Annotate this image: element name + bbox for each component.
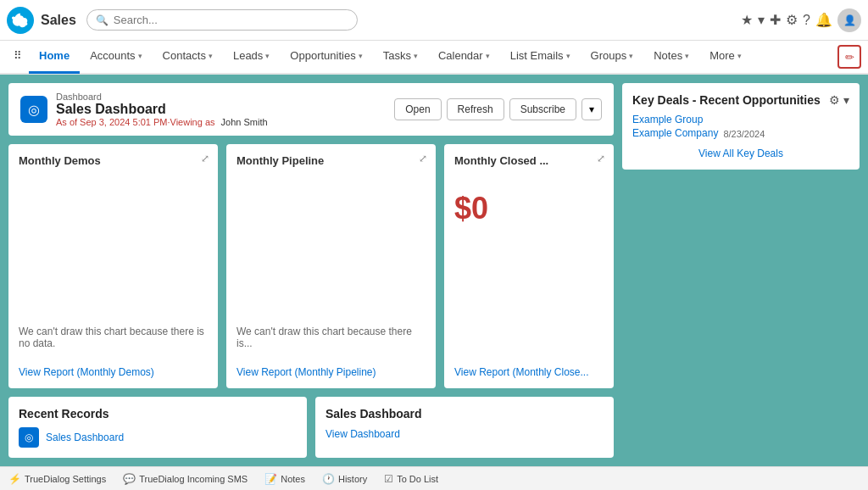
help-icon[interactable]: ? (803, 13, 810, 28)
chart-link-demos[interactable]: View Report (Monthly Demos) (19, 366, 208, 378)
chart-expand-closed[interactable]: ⤢ (597, 153, 605, 164)
key-deals-header: Key Deals - Recent Opportunities ⚙ ▾ (632, 93, 849, 107)
list-emails-caret: ▾ (566, 52, 570, 60)
chart-title-demos: Monthly Demos (19, 154, 208, 167)
view-dashboard-link[interactable]: View Dashboard (326, 428, 400, 440)
todo-icon: ☑ (384, 473, 393, 485)
pencil-icon: ✏ (845, 51, 854, 64)
view-all-key-deals-link[interactable]: View All Key Deals (632, 148, 849, 159)
dashboard-icon: ◎ (20, 96, 47, 123)
dashboard-header: ◎ Dashboard Sales Dashboard As of Sep 3,… (8, 83, 614, 136)
truedialog-sms-icon: 💬 (123, 473, 136, 485)
sales-dashboard-card: Sales Dashboard View Dashboard (315, 397, 614, 458)
chart-monthly-pipeline: Monthly Pipeline ⤢ We can't draw this ch… (226, 144, 436, 388)
edit-nav-button[interactable]: ✏ (837, 45, 861, 69)
dashboard-title: Sales Dashboard (56, 102, 268, 117)
sales-dashboard-card-title: Sales Dashboard (326, 407, 604, 420)
notes-caret: ▾ (685, 52, 689, 60)
recent-records-card: Recent Records ◎ Sales Dashboard (8, 397, 307, 458)
chart-title-pipeline: Monthly Pipeline (236, 154, 426, 167)
status-item-truedialog-sms[interactable]: 💬 TrueDialog Incoming SMS (123, 473, 248, 485)
status-item-notes[interactable]: 📝 Notes (264, 473, 305, 485)
record-icon: ◎ (19, 427, 39, 448)
status-item-truedialog-settings[interactable]: ⚡ TrueDialog Settings (8, 473, 106, 485)
deal-link-1[interactable]: Example Company (632, 127, 718, 139)
nav-item-groups[interactable]: Groups ▾ (581, 40, 644, 74)
leads-caret: ▾ (265, 52, 270, 60)
left-panel: ◎ Dashboard Sales Dashboard As of Sep 3,… (8, 83, 614, 458)
dashboard-actions: Open Refresh Subscribe ▾ (394, 98, 602, 120)
nav-item-opportunities[interactable]: Opportunities ▾ (280, 40, 372, 74)
search-icon: 🔍 (96, 14, 108, 26)
accounts-caret: ▾ (138, 52, 142, 60)
top-bar: Sales 🔍 ★ ▾ ✚ ⚙ ? 🔔 👤 (0, 0, 868, 41)
subscribe-button[interactable]: Subscribe (509, 98, 576, 120)
nav-grid-icon[interactable]: ⠿ (7, 40, 29, 74)
new-record-icon[interactable]: ✚ (770, 12, 781, 28)
search-input[interactable] (114, 14, 348, 26)
nav-item-tasks[interactable]: Tasks ▾ (373, 40, 428, 74)
key-deals-actions: ⚙ ▾ (829, 93, 849, 107)
key-deals-card: Key Deals - Recent Opportunities ⚙ ▾ Exa… (622, 83, 860, 170)
status-item-history[interactable]: 🕐 History (322, 473, 367, 485)
nav-item-contacts[interactable]: Contacts ▾ (153, 40, 223, 74)
nav-item-more[interactable]: More ▾ (699, 40, 752, 74)
notes-icon: 📝 (264, 473, 277, 485)
favorites-dropdown-icon[interactable]: ▾ (758, 12, 765, 28)
chart-link-pipeline[interactable]: View Report (Monthly Pipeline) (236, 366, 426, 378)
setup-icon[interactable]: ⚙ (786, 12, 798, 28)
open-button[interactable]: Open (394, 98, 441, 120)
chart-title-closed: Monthly Closed ... (454, 154, 604, 167)
main-content: ◎ Dashboard Sales Dashboard As of Sep 3,… (0, 75, 868, 466)
groups-caret: ▾ (629, 52, 633, 60)
refresh-button[interactable]: Refresh (447, 98, 504, 120)
notifications-icon[interactable]: 🔔 (815, 12, 832, 28)
history-icon: 🕐 (322, 473, 335, 485)
key-deals-dropdown-icon[interactable]: ▾ (843, 93, 849, 107)
chart-expand-demos[interactable]: ⤢ (201, 153, 209, 164)
contacts-caret: ▾ (209, 52, 213, 60)
top-actions: ★ ▾ ✚ ⚙ ? 🔔 👤 (741, 8, 861, 32)
calendar-caret: ▾ (486, 52, 490, 60)
avatar[interactable]: 👤 (837, 8, 861, 32)
app-name: Sales (41, 13, 76, 28)
nav-item-home[interactable]: Home (29, 40, 80, 74)
search-bar[interactable]: 🔍 (86, 9, 358, 31)
more-caret: ▾ (737, 52, 742, 60)
deal-date-1: 8/23/2024 (723, 129, 765, 139)
right-panel: Key Deals - Recent Opportunities ⚙ ▾ Exa… (622, 83, 860, 458)
record-icon-symbol: ◎ (25, 432, 33, 443)
nav-item-list-emails[interactable]: List Emails ▾ (500, 40, 581, 74)
nav-bar: ⠿ Home Accounts ▾ Contacts ▾ Leads ▾ Opp… (0, 41, 868, 75)
chart-amount-closed: $0 (454, 191, 604, 226)
chart-no-data-pipeline: We can't draw this chart because there i… (236, 326, 426, 349)
opportunities-caret: ▾ (359, 52, 363, 60)
salesforce-logo[interactable] (7, 7, 34, 34)
apps-grid-icon: ⠿ (14, 49, 22, 62)
nav-item-accounts[interactable]: Accounts ▾ (80, 40, 152, 74)
status-bar: ⚡ TrueDialog Settings 💬 TrueDialog Incom… (0, 466, 868, 490)
dashboard-title-area: Dashboard Sales Dashboard As of Sep 3, 2… (56, 92, 268, 127)
nav-item-calendar[interactable]: Calendar ▾ (428, 40, 500, 74)
records-row: Recent Records ◎ Sales Dashboard Sales D… (8, 397, 614, 458)
chart-expand-pipeline[interactable]: ⤢ (419, 153, 427, 164)
recent-records-title: Recent Records (19, 407, 297, 420)
chart-monthly-closed: Monthly Closed ... ⤢ $0 View Report (Mon… (444, 144, 614, 388)
truedialog-settings-icon: ⚡ (8, 473, 21, 485)
deal-link-0[interactable]: Example Group (632, 114, 849, 125)
favorites-icon[interactable]: ★ (741, 12, 753, 28)
record-link[interactable]: Sales Dashboard (46, 432, 124, 443)
nav-item-notes[interactable]: Notes ▾ (643, 40, 699, 74)
dashboard-label: Dashboard (56, 92, 268, 102)
nav-item-leads[interactable]: Leads ▾ (223, 40, 280, 74)
key-deals-settings-icon[interactable]: ⚙ (829, 93, 840, 107)
chart-monthly-demos: Monthly Demos ⤢ We can't draw this chart… (8, 144, 218, 388)
dashboard-icon-symbol: ◎ (28, 102, 40, 118)
dashboard-subtitle: As of Sep 3, 2024 5:01 PM·Viewing as Joh… (56, 117, 268, 127)
tasks-caret: ▾ (414, 52, 418, 60)
chart-no-data-demos: We can't draw this chart because there i… (19, 326, 208, 349)
chart-link-closed[interactable]: View Report (Monthly Close... (454, 366, 604, 378)
status-item-todo[interactable]: ☑ To Do List (384, 473, 438, 485)
key-deals-title: Key Deals - Recent Opportunities (632, 93, 821, 107)
dashboard-more-button[interactable]: ▾ (581, 98, 602, 120)
